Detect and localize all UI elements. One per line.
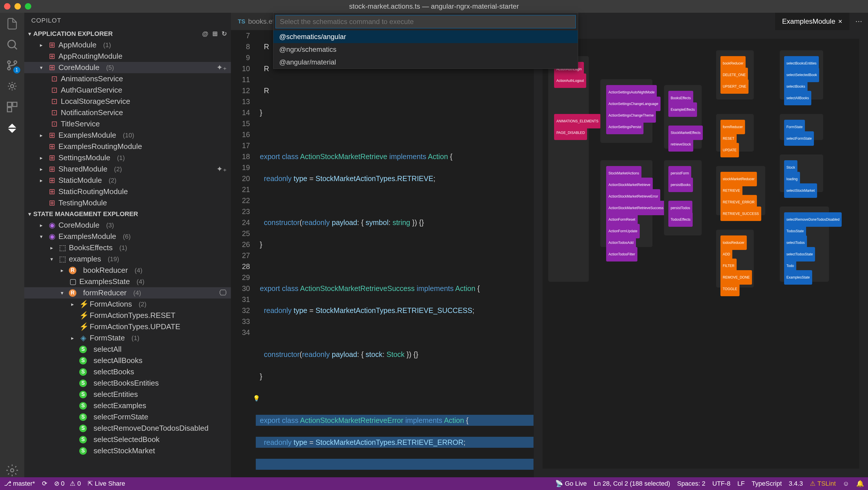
grid-icon[interactable]: ⊞ (212, 30, 218, 38)
extensions-icon[interactable] (5, 100, 19, 114)
module-settingsmodule[interactable]: ▸⊞SettingsModule (1) (24, 152, 231, 163)
feedback-button[interactable]: ☺ (843, 480, 849, 487)
explorer-icon[interactable] (5, 17, 19, 31)
state-selectexamples[interactable]: S selectExamples (24, 400, 231, 411)
module-appmodule[interactable]: ▸⊞AppModule (1) (24, 39, 231, 51)
state-selectentities[interactable]: S selectEntities (24, 389, 231, 400)
cursor-position[interactable]: Ln 28, Col 2 (188 selected) (594, 480, 670, 487)
window-controls (4, 3, 31, 9)
module-sharedmodule[interactable]: ▸⊞SharedModule (2)✦₊ (24, 163, 231, 175)
service-authguard[interactable]: ⊡AuthGuardService (24, 85, 231, 96)
go-live-button[interactable]: 📡Go Live (555, 480, 587, 487)
service-animations[interactable]: ⊡AnimationsService (24, 73, 231, 85)
state-selectstockmarket[interactable]: S selectStockMarket (24, 445, 231, 456)
state-selectbooks[interactable]: S selectBooks (24, 366, 231, 378)
state-bookreducer[interactable]: ▸R bookReducer (4) (24, 265, 231, 276)
code-area[interactable]: R R R } export class ActionStockMarketRe… (256, 30, 533, 477)
state-selectbooksentities[interactable]: S selectBooksEntities (24, 378, 231, 389)
command-option-angular-material[interactable]: @angular/material (273, 56, 578, 69)
application-explorer-header[interactable]: ▾ APPLICATION EXPLORER @ ⊞ ↻ (24, 28, 231, 39)
tab-examplesmodule[interactable]: ExamplesModule × (775, 13, 849, 30)
editor-more-actions[interactable]: ⋯ (849, 13, 868, 30)
command-palette: @schematics/angular @ngrx/schematics @an… (273, 13, 578, 69)
source-control-icon[interactable]: 1 (5, 59, 19, 72)
language-mode[interactable]: TypeScript (752, 480, 782, 487)
state-selectformstate[interactable]: S selectFormState (24, 411, 231, 423)
command-option-ngrx-schematics[interactable]: @ngrx/schematics (273, 43, 578, 56)
state-examplesmodule[interactable]: ▾◉ExamplesModule (6) (24, 231, 231, 242)
live-share-button[interactable]: ⇱Live Share (88, 480, 125, 487)
state-selectremovedonetodosdisabled[interactable]: S selectRemoveDoneTodosDisabled (24, 423, 231, 434)
editor-content[interactable]: 78910 11121314 15161718 19202122 2324252… (231, 30, 868, 477)
sync-button[interactable]: ⟳ (42, 480, 47, 487)
lightbulb-icon[interactable]: 💡 (253, 393, 260, 404)
state-selectall[interactable]: S selectAll (24, 344, 231, 355)
module-staticrouting[interactable]: ⊞StaticRoutingModule (24, 186, 231, 197)
command-option-schematics-angular[interactable]: @schematics/angular (273, 30, 578, 43)
error-icon: ⊘ (54, 480, 59, 487)
state-coremodule[interactable]: ▸◉CoreModule (3) (24, 220, 231, 231)
warning-icon: ⚠ (810, 480, 816, 487)
module-approutingmodule[interactable]: ⊞AppRoutingModule (24, 51, 231, 62)
eol[interactable]: LF (737, 480, 745, 487)
sparkle-icon[interactable]: ✦₊ (216, 63, 227, 72)
state-formstate[interactable]: ▸◈FormState (1) (24, 332, 231, 344)
state-explorer-label: STATE MANAGEMENT EXPLORER (33, 210, 138, 218)
state-examples[interactable]: ▾⬚examples (19) (24, 253, 231, 265)
titlebar: stock-market.actions.ts — angular-ngrx-m… (0, 0, 868, 13)
settings-gear-icon[interactable] (5, 463, 19, 477)
state-formactiontypes-reset[interactable]: ⚡FormActionTypes.RESET (24, 310, 231, 321)
close-window-button[interactable] (4, 3, 10, 9)
ts-version[interactable]: 3.4.3 (789, 480, 803, 487)
indentation[interactable]: Spaces: 2 (677, 480, 705, 487)
module-testingmodule[interactable]: ⊞TestingModule (24, 197, 231, 208)
git-branch[interactable]: ⎇master* (4, 480, 35, 487)
svg-rect-8 (7, 108, 12, 112)
service-localstorage[interactable]: ⊡LocalStorageService (24, 96, 231, 107)
sparkle-icon[interactable]: ✦₊ (216, 165, 227, 173)
liveshare-icon: ⇱ (88, 480, 93, 487)
tslint-status[interactable]: ⚠TSLint (810, 480, 836, 487)
maximize-window-button[interactable] (25, 3, 31, 9)
branch-icon: ⎇ (4, 480, 11, 487)
service-title[interactable]: ⊡TitleService (24, 118, 231, 130)
svg-point-0 (8, 40, 16, 48)
debug-icon[interactable] (5, 79, 19, 93)
state-explorer-header[interactable]: ▾ STATE MANAGEMENT EXPLORER (24, 208, 231, 220)
service-notification[interactable]: ⊡NotificationService (24, 107, 231, 118)
minimize-window-button[interactable] (14, 3, 21, 9)
diagram-panel[interactable]: ActionAuthLogin ActionAuthLogout ANIMATI… (533, 30, 868, 477)
monitor-icon[interactable]: 🖵 (219, 288, 227, 297)
module-examplesmodule[interactable]: ▸⊞ExamplesModule (10) (24, 130, 231, 141)
state-selectselectedbook[interactable]: S selectSelectedBook (24, 434, 231, 445)
module-examplesrouting[interactable]: ⊞ExamplesRoutingModule (24, 141, 231, 152)
encoding[interactable]: UTF-8 (712, 480, 730, 487)
titlebar-title: stock-market.actions.ts — angular-ngrx-m… (349, 2, 519, 10)
module-coremodule[interactable]: ▾⊞CoreModule (5)✦₊ (24, 62, 231, 73)
mention-icon[interactable]: @ (202, 30, 208, 38)
state-formactiontypes-update[interactable]: ⚡FormActionTypes.UPDATE (24, 321, 231, 332)
problems-button[interactable]: ⊘0 ⚠0 (54, 480, 81, 487)
state-selectallbooks[interactable]: S selectAllBooks (24, 355, 231, 366)
svg-point-5 (11, 85, 14, 88)
svg-line-1 (14, 46, 17, 49)
notifications-button[interactable]: 🔔 (856, 480, 864, 487)
state-examplesstate[interactable]: ▢ExamplesState (4) (24, 276, 231, 287)
smiley-icon: ☺ (843, 480, 849, 487)
command-palette-list: @schematics/angular @ngrx/schematics @an… (273, 30, 578, 69)
command-palette-input[interactable] (275, 15, 576, 28)
editor-tabs: TS books.eff @schematics/angular @ngrx/s… (231, 13, 868, 30)
angular-copilot-icon[interactable]: ◢◣◥◤ (5, 121, 19, 135)
search-icon[interactable] (5, 38, 19, 52)
state-formreducer[interactable]: ▾R formReducer (4)🖵 (24, 287, 231, 298)
state-explorer-tree: ▸◉CoreModule (3) ▾◉ExamplesModule (6) ▸⬚… (24, 220, 231, 456)
module-staticmodule[interactable]: ▸⊞StaticModule (2) (24, 175, 231, 186)
sidebar: COPILOT ▾ APPLICATION EXPLORER @ ⊞ ↻ ▸⊞A… (24, 13, 231, 477)
copilot-label: COPILOT (31, 17, 61, 24)
close-icon[interactable]: × (838, 18, 842, 26)
state-formactions[interactable]: ▸⚡FormActions (2) (24, 298, 231, 310)
refresh-icon[interactable]: ↻ (222, 30, 227, 38)
broadcast-icon: 📡 (555, 480, 563, 487)
activity-bar: 1 ◢◣◥◤ (0, 13, 24, 477)
state-bookseffects[interactable]: ▸⬚BooksEffects (1) (24, 242, 231, 253)
